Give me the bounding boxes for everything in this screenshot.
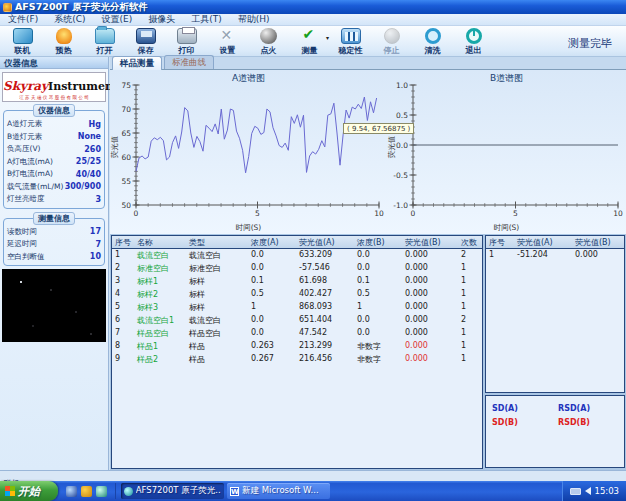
toolbar: 联机预热打开保存打印设置点火测量▾稳定性停止清洗退出 测量完毕 xyxy=(0,26,626,57)
svg-text:0: 0 xyxy=(411,209,416,218)
cell-name: 载流空白 xyxy=(134,249,186,262)
cell-fluo-a: 633.209 xyxy=(296,249,354,262)
quick-launch-icon-3[interactable] xyxy=(96,486,107,497)
settings-icon xyxy=(218,28,238,44)
measure-button-label: 测量 xyxy=(302,45,318,56)
taskbar-button-word-doc[interactable]: W新建 Microsoft W... xyxy=(227,483,330,499)
clean-icon xyxy=(425,28,441,44)
cell-conc-b: 0.0 xyxy=(354,249,402,262)
result-table-rows: 1-51.2040.000 xyxy=(486,249,624,262)
measure-dropdown-arrow-icon[interactable]: ▾ xyxy=(326,34,329,41)
menu-item-tools[interactable]: 工具(T) xyxy=(183,13,230,26)
windows-taskbar: 开始 AFS7200T 原子荧光...W新建 Microsoft W... 15… xyxy=(0,481,626,501)
brand-logo-red: Skyray xyxy=(3,79,48,93)
clean-button[interactable]: 清洗 xyxy=(412,26,453,56)
svg-text:10: 10 xyxy=(374,209,384,218)
volume-icon[interactable] xyxy=(585,487,591,495)
quick-launch-icon-2[interactable] xyxy=(81,486,92,497)
cell-conc-a: 0.5 xyxy=(248,288,296,301)
instrument-info-fields: A道灯元素HgB道灯元素None负高压(V)260A灯电流(mA)25/25B灯… xyxy=(7,118,101,206)
cell-no: 6 xyxy=(112,314,134,327)
menu-bar: 文件(F)系统(C)设置(E)摄像头工具(T)帮助(H) xyxy=(0,14,626,26)
taskbar-button-afs-app[interactable]: AFS7200T 原子荧光... xyxy=(121,483,224,499)
tab-sample-measure[interactable]: 样品测量 xyxy=(112,56,162,70)
instrument-field-value-2: 260 xyxy=(84,145,101,154)
menu-item-settings[interactable]: 设置(E) xyxy=(94,13,141,26)
print-button[interactable]: 打印 xyxy=(166,26,207,56)
measure-button[interactable]: 测量▾ xyxy=(289,26,330,56)
cell-type: 标样 xyxy=(186,275,248,288)
instrument-field-value-0: Hg xyxy=(89,120,101,129)
svg-text:10: 10 xyxy=(613,209,623,218)
cell-conc-b: 0.0 xyxy=(354,262,402,275)
exit-icon xyxy=(466,28,482,44)
svg-text:75: 75 xyxy=(121,81,131,90)
stop-button: 停止 xyxy=(371,26,412,56)
cell-fluo-b: 0.000 xyxy=(572,249,624,262)
cell-fluo-b: 0.000 xyxy=(402,262,458,275)
measure-field-value-2: 10 xyxy=(90,252,101,261)
save-icon xyxy=(136,28,156,44)
cell-conc-b: 0.1 xyxy=(354,275,402,288)
preheat-icon xyxy=(56,28,72,44)
table-row[interactable]: 2标准空白标准空白0.0-57.5460.00.0001 xyxy=(112,262,482,275)
rsd-b-label: RSD(B) xyxy=(558,418,624,427)
quick-launch-icon-1[interactable] xyxy=(66,486,77,497)
table-row[interactable]: 6载流空白1载流空白0.0651.4040.00.0002 xyxy=(112,314,482,327)
print-icon xyxy=(177,28,197,44)
sample-col-header-4: 荧光值(A) xyxy=(296,236,354,248)
cell-fluo-b: 0.000 xyxy=(402,249,458,262)
ignite-button-label: 点火 xyxy=(261,45,277,56)
stability-button[interactable]: 稳定性 xyxy=(330,26,371,56)
open-button[interactable]: 打开 xyxy=(84,26,125,56)
sample-col-header-6: 荧光值(B) xyxy=(402,236,458,248)
cell-fluo-b: 0.000 xyxy=(402,340,458,353)
cell-type: 载流空白 xyxy=(186,314,248,327)
menu-item-file[interactable]: 文件(F) xyxy=(0,13,46,26)
menu-item-system[interactable]: 系统(C) xyxy=(46,13,93,26)
table-row[interactable]: 7样品空白样品空白0.047.5420.00.0001 xyxy=(112,327,482,340)
cell-no: 1 xyxy=(486,249,514,262)
tab-standard-curve[interactable]: 标准曲线 xyxy=(164,55,214,69)
status-bar: 联机 xyxy=(0,470,626,481)
exit-button-label: 退出 xyxy=(466,45,482,56)
menu-item-camera[interactable]: 摄像头 xyxy=(140,13,183,26)
start-button[interactable]: 开始 xyxy=(0,481,58,501)
cell-name: 标样2 xyxy=(134,288,186,301)
chart-title: B道谱图 xyxy=(387,72,626,85)
table-row[interactable]: 4标样2标样0.5402.4270.50.0001 xyxy=(112,288,482,301)
rsd-a-label: RSD(A) xyxy=(558,404,624,413)
ignite-button[interactable]: 点火 xyxy=(248,26,289,56)
connect-button[interactable]: 联机 xyxy=(2,26,43,56)
instrument-panel: 仪器信息 SkyrayInstrument 江 苏 天 瑞 仪 器 股 份 有 … xyxy=(0,57,109,470)
save-button[interactable]: 保存 xyxy=(125,26,166,56)
start-button-label: 开始 xyxy=(18,484,40,499)
table-row[interactable]: 1载流空白载流空白0.0633.2090.00.0002 xyxy=(112,249,482,262)
result-row[interactable]: 1-51.2040.000 xyxy=(486,249,624,262)
word-icon: W xyxy=(230,487,239,496)
preheat-button[interactable]: 预热 xyxy=(43,26,84,56)
cell-fluo-b: 0.000 xyxy=(402,275,458,288)
quick-launch-bar xyxy=(58,483,116,499)
table-row[interactable]: 8样品1样品0.263213.299非数字0.0001 xyxy=(112,340,482,353)
title-bar: AFS7200T 原子荧光分析软件 xyxy=(0,0,626,14)
cell-times: 1 xyxy=(458,301,482,314)
ime-keyboard-icon[interactable] xyxy=(570,488,581,495)
cell-no: 2 xyxy=(112,262,134,275)
svg-text:60: 60 xyxy=(121,153,131,162)
table-row[interactable]: 5标样3标样1868.09310.0001 xyxy=(112,301,482,314)
settings-button[interactable]: 设置 xyxy=(207,26,248,56)
table-row[interactable]: 3标样1标样0.161.6980.10.0001 xyxy=(112,275,482,288)
cell-name: 标准空白 xyxy=(134,262,186,275)
instrument-field-label-0: A道灯元素 xyxy=(7,119,42,129)
cell-times: 1 xyxy=(458,262,482,275)
sample-col-header-2: 类型 xyxy=(186,236,248,248)
table-row[interactable]: 9样品2样品0.267216.456非数字0.0001 xyxy=(112,353,482,366)
measure-field-row-1: 延迟时间7 xyxy=(7,238,101,251)
clean-button-label: 清洗 xyxy=(425,45,441,56)
menu-item-help[interactable]: 帮助(H) xyxy=(230,13,278,26)
exit-button[interactable]: 退出 xyxy=(453,26,494,56)
chart-x-axis-label: 时间(S) xyxy=(110,223,387,233)
main-area: 样品测量标准曲线 A道谱图荧光值时间(S)5055606570750510 B道… xyxy=(110,57,626,470)
svg-text:1.0: 1.0 xyxy=(396,81,408,90)
